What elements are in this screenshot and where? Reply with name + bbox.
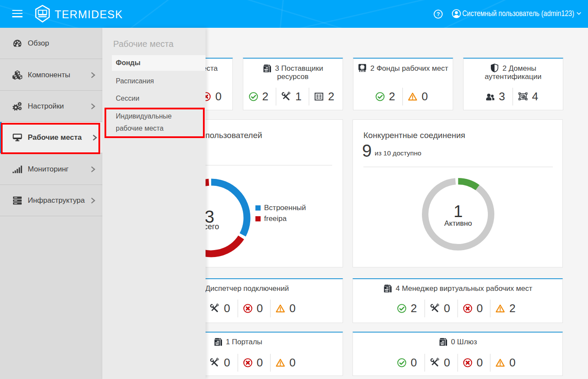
- svg-text:Активно: Активно: [444, 219, 472, 227]
- svg-text:1: 1: [454, 202, 463, 221]
- svg-text:?: ?: [437, 11, 440, 17]
